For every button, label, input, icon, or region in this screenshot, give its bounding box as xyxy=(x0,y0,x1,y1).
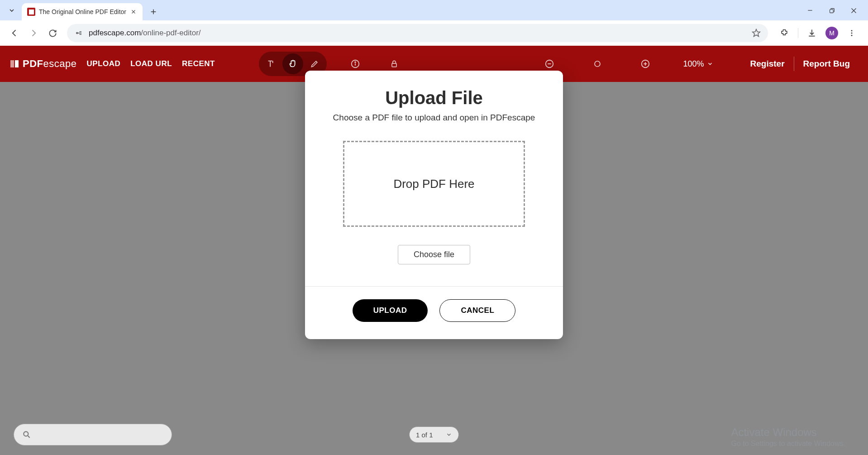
new-tab-button[interactable] xyxy=(146,5,161,19)
window-controls xyxy=(805,5,868,16)
url-bar[interactable]: pdfescape.com/online-pdf-editor/ xyxy=(67,24,768,42)
extensions-icon[interactable] xyxy=(779,28,790,38)
window-close-button[interactable] xyxy=(848,5,859,16)
svg-point-18 xyxy=(851,35,853,36)
tab-search-button[interactable] xyxy=(5,3,19,18)
svg-point-9 xyxy=(76,33,78,34)
svg-rect-20 xyxy=(15,60,19,67)
chevron-down-icon xyxy=(707,61,713,67)
nav-forward-button[interactable] xyxy=(25,25,42,41)
nav-reload-button[interactable] xyxy=(44,25,61,41)
site-info-icon[interactable] xyxy=(74,29,83,38)
tab-favicon-icon xyxy=(27,8,35,16)
address-right-controls: M xyxy=(774,27,862,39)
watermark-sub: Go to Settings to activate Windows. xyxy=(731,440,845,448)
window-minimize-button[interactable] xyxy=(805,5,816,16)
svg-rect-25 xyxy=(392,63,396,67)
separator xyxy=(798,28,798,38)
svg-point-24 xyxy=(355,62,356,62)
profile-button[interactable]: M xyxy=(825,27,838,39)
svg-rect-19 xyxy=(10,60,14,67)
dropzone[interactable]: Drop PDF Here xyxy=(343,141,525,227)
upload-button[interactable]: UPLOAD xyxy=(353,299,428,322)
svg-point-16 xyxy=(851,30,853,31)
modal-title: Upload File xyxy=(325,88,543,108)
svg-point-32 xyxy=(24,431,28,436)
zoom-controls: 100% xyxy=(539,53,713,74)
svg-marker-13 xyxy=(753,29,760,37)
choose-file-label: Choose file xyxy=(414,250,454,259)
nav-back-button[interactable] xyxy=(6,25,23,41)
tab-title: The Original Online PDF Editor xyxy=(39,8,126,15)
chevron-down-icon xyxy=(446,431,452,438)
profile-letter: M xyxy=(829,29,835,37)
zoom-level-text: 100% xyxy=(683,59,704,69)
bookmark-star-icon[interactable] xyxy=(752,29,761,38)
header-right-links: Register Report Bug xyxy=(741,57,859,71)
browser-tab[interactable]: The Original Online PDF Editor xyxy=(22,3,143,20)
search-input[interactable] xyxy=(14,424,172,445)
app-logo[interactable]: PDFescape xyxy=(9,58,76,70)
browser-chrome: The Original Online PDF Editor pdfescape… xyxy=(0,0,868,46)
report-bug-link[interactable]: Report Bug xyxy=(794,59,859,69)
downloads-icon[interactable] xyxy=(806,28,817,38)
nav-upload[interactable]: UPLOAD xyxy=(86,59,120,68)
windows-watermark: Activate Windows Go to Settings to activ… xyxy=(731,426,845,448)
window-maximize-button[interactable] xyxy=(826,5,837,16)
modal-subtitle: Choose a PDF file to upload and open in … xyxy=(325,113,543,123)
modal-footer: UPLOAD CANCEL xyxy=(305,286,563,339)
watermark-title: Activate Windows xyxy=(731,426,845,439)
app-viewport: PDFescape UPLOAD LOAD URL RECENT 100% Re… xyxy=(0,46,868,455)
choose-file-button[interactable]: Choose file xyxy=(398,245,470,264)
register-link[interactable]: Register xyxy=(741,59,794,69)
cancel-button-label: CANCEL xyxy=(461,306,494,315)
cancel-button[interactable]: CANCEL xyxy=(439,299,515,322)
zoom-in-button[interactable] xyxy=(635,53,656,74)
svg-point-17 xyxy=(851,33,853,34)
app-logo-icon xyxy=(9,58,20,69)
url-text: pdfescape.com/online-pdf-editor/ xyxy=(89,29,746,38)
page-select[interactable]: 1 of 1 xyxy=(409,426,459,443)
nav-load-url[interactable]: LOAD URL xyxy=(130,59,172,68)
upload-modal: Upload File Choose a PDF file to upload … xyxy=(305,71,563,339)
svg-point-28 xyxy=(595,61,600,67)
upload-button-label: UPLOAD xyxy=(373,306,407,315)
pan-tool-button[interactable] xyxy=(282,53,303,74)
zoom-level-select[interactable]: 100% xyxy=(683,59,713,69)
nav-recent[interactable]: RECENT xyxy=(182,59,215,68)
address-bar: pdfescape.com/online-pdf-editor/ M xyxy=(0,20,868,46)
page-select-label: 1 of 1 xyxy=(416,431,433,439)
tab-close-button[interactable] xyxy=(130,8,137,15)
app-logo-text: PDFescape xyxy=(23,58,76,70)
svg-rect-6 xyxy=(830,9,833,13)
svg-line-33 xyxy=(28,436,30,438)
tab-bar: The Original Online PDF Editor xyxy=(0,0,868,20)
text-tool-button[interactable] xyxy=(261,53,281,74)
zoom-fit-button[interactable] xyxy=(587,53,608,74)
modal-body: Upload File Choose a PDF file to upload … xyxy=(305,71,563,286)
search-icon xyxy=(22,430,31,439)
dropzone-label: Drop PDF Here xyxy=(393,177,474,191)
browser-menu-icon[interactable] xyxy=(846,28,857,38)
